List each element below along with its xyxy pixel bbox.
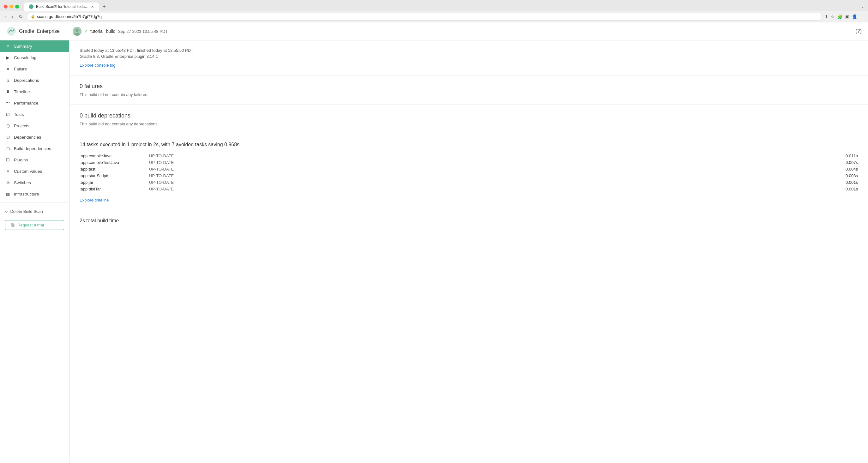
forward-button[interactable]: › <box>10 13 14 20</box>
maximize-dot[interactable] <box>15 5 19 8</box>
task-name: :app:startScripts <box>80 174 149 178</box>
timeline-icon: ⏸ <box>5 89 11 94</box>
sidebar-label-plugins: Plugins <box>14 158 28 162</box>
plugins-icon: ☐ <box>5 157 11 163</box>
minimize-dot[interactable] <box>9 5 13 8</box>
task-status: UP-TO-DATE <box>149 167 187 172</box>
build-info: ✓ tutorial build Sep 27 2023 13:55:48 PD… <box>73 27 168 36</box>
sidebar-item-build-dependencies[interactable]: ⬡ Build dependencies <box>0 143 69 154</box>
meta-section: Started today at 13:55:48 PDT, finished … <box>69 40 868 75</box>
app-body: ≡ Summary ▶ Console log ✕ Failure ℹ Depr… <box>0 40 868 463</box>
switches-icon: ⊚ <box>5 180 11 185</box>
svg-point-0 <box>7 27 16 36</box>
sidebar-item-projects[interactable]: ⬡ Projects <box>0 120 69 131</box>
table-row: :app:compileTestJava UP-TO-DATE 0.007s <box>80 159 858 166</box>
svg-point-1 <box>13 29 14 31</box>
task-status: UP-TO-DATE <box>149 187 187 191</box>
sidebar-item-switches[interactable]: ⊚ Switches <box>0 177 69 188</box>
sidebar-item-timeline[interactable]: ⏸ Timeline <box>0 86 69 97</box>
tab-title: Build Scan® for 'tutorial' toda… <box>36 4 88 9</box>
total-build-time: 2s total build time <box>80 218 858 224</box>
success-check-icon: ✓ <box>84 29 88 34</box>
sidebar-label-tests: Tests <box>14 112 24 117</box>
explore-timeline-link[interactable]: Explore timeline <box>80 198 109 203</box>
task-status: UP-TO-DATE <box>149 160 187 165</box>
gradle-logo: Gradle Enterprise <box>6 26 60 36</box>
back-button[interactable]: ‹ <box>4 13 8 20</box>
profile-icon[interactable]: 👤 <box>852 14 857 19</box>
tasks-section: 14 tasks executed in 1 project in 2s, wi… <box>69 134 868 210</box>
build-project-name: tutorial <box>90 29 103 34</box>
dependencies-icon: ⬡ <box>5 134 11 140</box>
tab-close-button[interactable]: ✕ <box>91 5 94 9</box>
total-build-section: 2s total build time <box>69 210 868 231</box>
task-status: UP-TO-DATE <box>149 154 187 158</box>
sidebar-label-dependencies: Dependencies <box>14 135 41 140</box>
gradle-text: Gradle <box>19 28 34 34</box>
table-row: :app:startScripts UP-TO-DATE 0.003s <box>80 173 858 179</box>
extensions-icon[interactable]: 🧩 <box>837 14 843 19</box>
sidebar-label-performance: Performance <box>14 101 38 105</box>
sidebar-item-performance[interactable]: 〜 Performance <box>0 97 69 109</box>
deprecations-desc: This build did not contain any deprecati… <box>80 122 858 126</box>
sidebar-item-deprecations[interactable]: ℹ Deprecations <box>0 74 69 86</box>
browser-tab[interactable]: Build Scan® for 'tutorial' toda… ✕ <box>24 2 99 11</box>
delete-build-scan-button[interactable]: ○ Delete Build Scan <box>5 209 64 214</box>
task-status: UP-TO-DATE <box>149 180 187 185</box>
failures-section: 0 failures This build did not contain an… <box>69 75 868 105</box>
help-icon[interactable]: (?) <box>856 28 862 34</box>
sidebar-toggle-icon[interactable]: ▣ <box>845 14 849 19</box>
build-timestamp: Sep 27 2023 13:55:48 PDT <box>118 29 168 34</box>
task-time: 0.007s <box>845 160 858 165</box>
sidebar-footer: ○ Delete Build Scan <box>0 205 69 218</box>
reload-button[interactable]: ↻ <box>18 13 24 20</box>
sidebar-item-infrastructure[interactable]: ▦ Infrastructure <box>0 188 69 199</box>
trial-icon: 🐘 <box>10 223 16 227</box>
sidebar-item-custom-values[interactable]: ≡ Custom values <box>0 165 69 177</box>
tests-icon: ☑ <box>5 112 11 117</box>
svg-point-3 <box>75 29 79 32</box>
request-trial-button[interactable]: 🐘 Request a trial <box>5 220 64 230</box>
table-row: :app:test UP-TO-DATE 0.004s <box>80 166 858 173</box>
sidebar-item-summary[interactable]: ≡ Summary <box>0 40 69 52</box>
table-row: :app:compileJava UP-TO-DATE 0.011s <box>80 153 858 159</box>
sidebar-label-summary: Summary <box>14 44 32 49</box>
sidebar-item-dependencies[interactable]: ⬡ Dependencies <box>0 131 69 143</box>
task-name: :app:compileTestJava <box>80 160 149 165</box>
sidebar-label-switches: Switches <box>14 180 31 185</box>
address-bar[interactable]: 🔒 scans.gradle.com/s/5h7b7gi77dg7q <box>27 12 822 21</box>
sidebar-label-build-dependencies: Build dependencies <box>14 146 51 151</box>
build-dependencies-icon: ⬡ <box>5 146 11 151</box>
trial-label: Request a trial <box>18 223 44 227</box>
explore-console-link[interactable]: Explore console log <box>80 63 115 68</box>
sidebar-label-timeline: Timeline <box>14 89 30 94</box>
summary-icon: ≡ <box>5 43 11 49</box>
app-header: Gradle Enterprise ✓ tutorial build Sep 2… <box>0 23 868 40</box>
task-time: 0.001s <box>845 180 858 185</box>
sidebar-item-plugins[interactable]: ☐ Plugins <box>0 154 69 165</box>
sidebar-label-projects: Projects <box>14 123 29 128</box>
task-name: :app:distTar <box>80 187 149 191</box>
menu-icon[interactable]: ⋮ <box>860 14 864 19</box>
share-icon[interactable]: ⬆ <box>825 14 828 19</box>
sidebar-item-console-log[interactable]: ▶ Console log <box>0 52 69 63</box>
sidebar-label-infrastructure: Infrastructure <box>14 192 39 196</box>
sidebar-label-deprecations: Deprecations <box>14 78 39 83</box>
main-content: Started today at 13:55:48 PDT, finished … <box>69 40 868 463</box>
sidebar-item-failure[interactable]: ✕ Failure <box>0 63 69 74</box>
started-time: Started today at 13:55:48 PDT, finished … <box>80 48 858 53</box>
close-dot[interactable] <box>4 5 7 8</box>
sidebar-item-tests[interactable]: ☑ Tests <box>0 109 69 120</box>
deprecations-title: 0 build deprecations <box>80 113 858 119</box>
gradle-logo-icon <box>6 26 17 36</box>
task-status: UP-TO-DATE <box>149 174 187 178</box>
task-time: 0.001s <box>845 187 858 191</box>
new-tab-button[interactable]: + <box>100 2 108 11</box>
tasks-title: 14 tasks executed in 1 project in 2s, wi… <box>80 142 858 148</box>
sidebar-label-custom-values: Custom values <box>14 169 42 174</box>
sidebar-label-console-log: Console log <box>14 55 36 60</box>
build-type-label: build <box>106 29 116 34</box>
task-time: 0.011s <box>845 154 858 158</box>
task-time: 0.004s <box>845 167 858 172</box>
bookmark-icon[interactable]: ☆ <box>831 14 835 19</box>
